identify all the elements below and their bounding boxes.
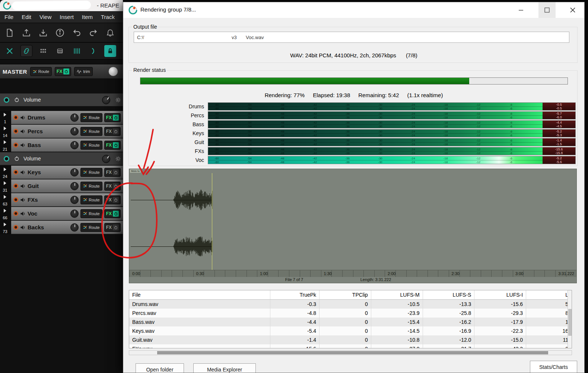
ripple-edit-icon[interactable] — [88, 45, 99, 57]
speaker-icon[interactable] — [20, 170, 26, 175]
power-icon[interactable] — [14, 97, 19, 102]
open-project-icon[interactable] — [20, 27, 32, 39]
envelope-mode-icon[interactable] — [4, 45, 16, 57]
fx-button[interactable]: FX — [104, 168, 121, 177]
stats-charts-button[interactable]: Stats/Charts — [530, 361, 577, 373]
dialog-titlebar[interactable]: Rendering group 7/8... — [123, 2, 584, 18]
speaker-icon[interactable] — [20, 211, 26, 216]
stats-row[interactable]: Drums.wav-0.30-10.5-13.3-15.65 — [129, 300, 572, 309]
fixed-lanes-icon[interactable] — [54, 45, 66, 57]
loudness-stats-table[interactable]: FileTruePkTPClipLUFS-MLUFS-SLUFS-IL Drum… — [129, 290, 572, 348]
pan-knob[interactable] — [70, 168, 79, 176]
stats-row[interactable]: Percs.wav-4.80-23.9-25.8-29.38 — [129, 309, 572, 318]
stats-header-cell[interactable]: LUFS-I — [474, 290, 526, 299]
save-project-icon[interactable] — [37, 27, 49, 39]
fx-button[interactable]: FX — [104, 209, 121, 218]
maximize-button[interactable] — [538, 2, 556, 18]
track-control-panel[interactable]: PercsRouteFX — [11, 125, 123, 138]
pan-knob[interactable] — [70, 223, 79, 232]
record-arm-button[interactable] — [13, 129, 18, 134]
track-control-panel[interactable]: KeysRouteFX — [11, 166, 123, 179]
fx-power-icon[interactable] — [63, 68, 69, 74]
fx-power-icon[interactable] — [113, 197, 119, 203]
track-play-icon[interactable] — [4, 113, 6, 117]
volume-knob[interactable] — [102, 96, 110, 104]
route-button[interactable]: Route — [80, 209, 102, 218]
pan-knob[interactable] — [70, 127, 79, 136]
redo-icon[interactable] — [88, 27, 99, 39]
stats-row[interactable]: Keys.wav-5.40-14.5-16.9-22.316 — [129, 326, 572, 335]
master-volume-knob[interactable] — [108, 67, 118, 76]
gear-icon[interactable] — [115, 156, 121, 162]
speaker-icon[interactable] — [20, 115, 26, 120]
track-play-icon[interactable] — [4, 223, 6, 226]
stats-header-cell[interactable]: TPClip — [320, 290, 371, 299]
menu-item-item[interactable]: Item — [82, 14, 93, 20]
metronome-icon[interactable] — [104, 27, 116, 39]
speaker-icon[interactable] — [20, 129, 26, 134]
undo-icon[interactable] — [71, 27, 83, 39]
track-play-icon[interactable] — [4, 140, 6, 144]
stats-header-cell[interactable]: TruePk — [270, 290, 320, 299]
track-control-panel[interactable]: DrumsRouteFX — [11, 111, 123, 124]
grid-snap-icon[interactable] — [37, 45, 49, 57]
record-arm-button[interactable] — [13, 143, 18, 147]
minimize-button[interactable] — [512, 2, 530, 18]
fx-power-icon[interactable] — [113, 211, 119, 217]
fx-power-icon[interactable] — [113, 183, 119, 189]
power-icon[interactable] — [14, 156, 19, 161]
track-control-panel[interactable]: BassRouteFX — [11, 138, 123, 152]
menu-item-view[interactable]: View — [39, 14, 51, 20]
pan-knob[interactable] — [70, 114, 79, 122]
route-button[interactable]: Route — [80, 223, 102, 232]
track-control-panel[interactable]: BacksRouteFX — [11, 221, 123, 234]
menu-item-insert[interactable]: Insert — [60, 14, 74, 20]
fx-power-icon[interactable] — [113, 128, 119, 134]
pan-knob[interactable] — [70, 196, 79, 204]
open-folder-button[interactable]: Open folder — [136, 363, 184, 373]
fx-button[interactable]: FX — [104, 127, 121, 136]
master-fx-button[interactable]: FX — [55, 67, 71, 76]
timeline-ruler[interactable]: 0:000:301:001:302:002:303:003:31.222 — [129, 270, 576, 277]
fx-button[interactable]: FX — [104, 182, 121, 191]
track-control-panel[interactable]: VocRouteFX — [11, 207, 123, 220]
stats-header-cell[interactable]: LUFS-S — [423, 290, 475, 299]
pan-knob[interactable] — [70, 182, 79, 190]
horizontal-scrollbar[interactable] — [129, 350, 572, 355]
track-play-icon[interactable] — [4, 181, 6, 185]
master-route-button[interactable]: Route — [30, 67, 52, 76]
fx-power-icon[interactable] — [113, 224, 119, 230]
speaker-icon[interactable] — [20, 184, 26, 189]
track-play-icon[interactable] — [4, 209, 6, 213]
reaper-titlebar[interactable]: - REAPE — [0, 0, 123, 11]
fx-power-icon[interactable] — [113, 115, 119, 121]
fx-power-icon[interactable] — [113, 142, 119, 148]
gear-icon[interactable] — [115, 97, 121, 103]
record-arm-button[interactable] — [13, 211, 18, 216]
track-play-icon[interactable] — [4, 168, 6, 171]
close-button[interactable] — [564, 2, 581, 18]
pan-knob[interactable] — [70, 141, 79, 149]
vertical-scrollbar[interactable] — [568, 290, 572, 348]
record-arm-button[interactable] — [13, 197, 18, 202]
menu-item-edit[interactable]: Edit — [22, 14, 31, 20]
fx-button[interactable]: FX — [104, 223, 121, 232]
volume-envelope-row[interactable]: Volume — [0, 152, 123, 165]
route-button[interactable]: Route — [80, 113, 102, 122]
master-trim-button[interactable]: trim — [74, 67, 92, 76]
menu-item-track[interactable]: Track — [101, 14, 115, 20]
record-arm-button[interactable] — [13, 115, 18, 120]
waveform-preview-panel[interactable]: Molo tu 0:000:301:001:302:002:303:003:31… — [129, 169, 577, 283]
fx-button[interactable]: FX — [104, 113, 121, 122]
volume-envelope-row[interactable]: Volume — [0, 93, 123, 106]
menu-item-file[interactable]: File — [4, 14, 13, 20]
track-control-panel[interactable]: FXsRouteFX — [11, 193, 123, 207]
grid-lines-icon[interactable] — [71, 45, 83, 57]
record-arm-button[interactable] — [13, 225, 18, 230]
track-play-icon[interactable] — [4, 195, 6, 199]
fx-power-icon[interactable] — [113, 169, 119, 175]
volume-knob[interactable] — [102, 155, 110, 163]
fx-button[interactable]: FX — [104, 195, 121, 204]
route-button[interactable]: Route — [80, 141, 102, 150]
track-control-panel[interactable]: GuitRouteFX — [11, 179, 123, 193]
